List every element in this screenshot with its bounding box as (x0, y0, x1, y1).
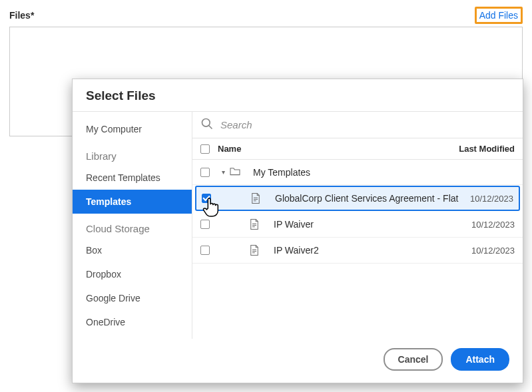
file-date: 10/12/2023 (463, 220, 515, 230)
select-files-dialog: Select Files My Computer Library Recent … (72, 79, 523, 383)
table-header: Name Last Modified (192, 138, 523, 160)
document-icon (247, 218, 262, 230)
sidebar-item-google-drive[interactable]: Google Drive (73, 286, 192, 310)
file-name: IP Waiver2 (274, 245, 463, 256)
sidebar-item-templates[interactable]: Templates (73, 190, 192, 214)
cancel-button[interactable]: Cancel (384, 348, 443, 371)
files-label: Files* (9, 10, 34, 21)
file-row[interactable]: IP Waiver2 10/12/2023 (192, 238, 523, 264)
folder-caret-icon[interactable]: ▾ (222, 168, 225, 176)
folder-row[interactable]: ▾ My Templates (192, 160, 523, 185)
search-icon (200, 117, 214, 132)
dialog-sidebar: My Computer Library Recent Templates Tem… (73, 112, 192, 339)
folder-icon (229, 166, 241, 178)
file-checkbox[interactable] (202, 194, 211, 203)
sidebar-item-my-computer[interactable]: My Computer (73, 117, 192, 141)
dialog-main: Name Last Modified ▾ My Templates Global… (192, 112, 523, 339)
sidebar-item-recent-templates[interactable]: Recent Templates (73, 166, 192, 190)
file-row[interactable]: IP Waiver 10/12/2023 (192, 212, 523, 238)
sidebar-item-box[interactable]: Box (73, 238, 192, 262)
folder-checkbox[interactable] (200, 168, 210, 177)
file-date: 10/12/2023 (463, 246, 515, 256)
add-files-link[interactable]: Add Files (479, 10, 518, 21)
file-name: GlobalCorp Client Services Agreement - F… (275, 193, 461, 204)
sidebar-item-dropbox[interactable]: Dropbox (73, 262, 192, 286)
attach-button[interactable]: Attach (451, 348, 509, 371)
file-row[interactable]: GlobalCorp Client Services Agreement - F… (195, 186, 520, 211)
file-date: 10/12/2023 (461, 194, 513, 204)
sidebar-group-library: Library (73, 141, 192, 166)
document-icon (247, 244, 262, 256)
file-checkbox[interactable] (200, 220, 210, 229)
folder-name: My Templates (253, 167, 310, 178)
file-name: IP Waiver (274, 219, 463, 230)
sidebar-item-onedrive[interactable]: OneDrive (73, 310, 192, 334)
dialog-title: Select Files (73, 79, 523, 111)
document-icon (248, 192, 263, 204)
select-all-checkbox[interactable] (200, 144, 210, 154)
column-modified[interactable]: Last Modified (455, 144, 515, 154)
search-input[interactable] (220, 119, 515, 130)
sidebar-group-cloud-storage: Cloud Storage (73, 214, 192, 238)
file-checkbox[interactable] (200, 246, 210, 255)
add-files-highlight: Add Files (475, 7, 523, 24)
svg-point-0 (202, 119, 210, 127)
column-name[interactable]: Name (218, 144, 455, 154)
svg-line-1 (209, 126, 212, 129)
